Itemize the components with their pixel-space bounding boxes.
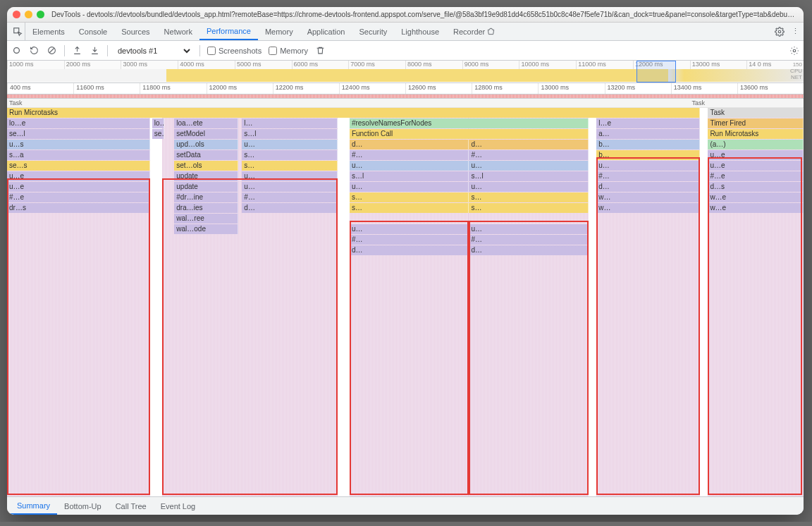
tab-security[interactable]: Security (352, 23, 394, 40)
details-tabs: Summary Bottom-Up Call Tree Event Log (7, 496, 804, 515)
timeline-overview[interactable]: 1000 ms 2000 ms 3000 ms 4000 ms 5000 ms … (7, 61, 804, 83)
trash-icon[interactable] (315, 45, 326, 56)
tab-event-log[interactable]: Event Log (154, 497, 203, 515)
panel-tabs: Elements Console Sources Network Perform… (7, 23, 804, 41)
memory-checkbox[interactable]: Memory (269, 47, 308, 55)
window-title: DevTools - devtools://devtools/bundled/d… (51, 11, 798, 18)
upload-icon[interactable] (72, 45, 82, 56)
tab-performance[interactable]: Performance (199, 23, 258, 40)
tab-recorder[interactable]: Recorder (446, 23, 502, 40)
minimize-icon[interactable] (25, 11, 32, 18)
profile-selector[interactable]: devtools #1 (115, 46, 192, 56)
download-icon[interactable] (90, 45, 100, 56)
tab-call-tree[interactable]: Call Tree (109, 497, 154, 515)
traffic-lights[interactable] (13, 11, 44, 18)
devtools-window: DevTools - devtools://devtools/bundled/d… (7, 7, 804, 515)
record-icon[interactable] (11, 45, 22, 56)
inspect-icon[interactable] (10, 23, 25, 40)
overview-tick: 1000 ms (7, 61, 64, 69)
time-ruler[interactable]: 400 ms 11600 ms 11800 ms 12000 ms 12200 … (7, 83, 804, 94)
tab-memory[interactable]: Memory (258, 23, 300, 40)
tab-lighthouse[interactable]: Lighthouse (394, 23, 446, 40)
more-icon[interactable]: ⋮ (790, 26, 801, 37)
reload-record-icon[interactable] (29, 45, 39, 56)
overview-selection[interactable] (636, 61, 677, 82)
svg-point-1 (778, 30, 781, 33)
window-titlebar: DevTools - devtools://devtools/bundled/d… (7, 7, 804, 23)
tab-bottom-up[interactable]: Bottom-Up (57, 497, 109, 515)
tab-application[interactable]: Application (300, 23, 352, 40)
svg-point-2 (14, 48, 20, 54)
flame-run-microtasks[interactable]: Run Microtasks (7, 108, 700, 118)
settings-icon[interactable] (769, 27, 790, 37)
zoom-icon[interactable] (37, 11, 44, 18)
tab-elements[interactable]: Elements (25, 23, 72, 40)
tab-sources[interactable]: Sources (114, 23, 156, 40)
svg-line-4 (49, 48, 54, 53)
screenshots-checkbox[interactable]: Screenshots (207, 47, 262, 55)
capture-settings-icon[interactable] (789, 45, 799, 56)
tab-console[interactable]: Console (72, 23, 114, 40)
flame-chart[interactable]: Run Microtasks Task Timer Fired Run Micr… (7, 108, 804, 496)
perf-toolbar: devtools #1 Screenshots Memory (7, 41, 804, 61)
tab-summary[interactable]: Summary (10, 497, 57, 515)
clear-icon[interactable] (47, 45, 57, 56)
close-icon[interactable] (13, 11, 20, 18)
tab-network[interactable]: Network (157, 23, 199, 40)
svg-point-5 (793, 49, 796, 52)
